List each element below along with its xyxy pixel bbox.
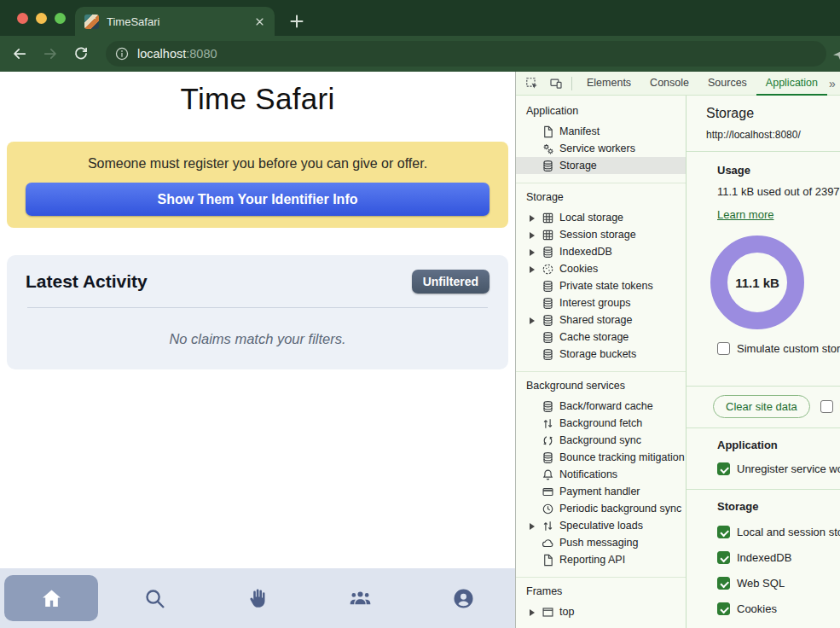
tree-item-storage[interactable]: Storage — [516, 157, 686, 174]
tree-item-cache-storage[interactable]: Cache storage — [516, 329, 686, 346]
filter-button[interactable]: Unfiltered — [412, 270, 490, 294]
expander-spacer — [529, 299, 536, 307]
checkbox-row-web-sql: Web SQL — [717, 577, 840, 590]
expander-spacer — [529, 162, 536, 170]
toolbar-separator — [571, 77, 572, 90]
inspect-element-icon[interactable] — [522, 74, 542, 93]
simulate-quota-label: Simulate custom storage — [737, 342, 840, 355]
tree-item-speculative-loads[interactable]: Speculative loads — [516, 517, 686, 534]
latest-activity-card: Latest Activity Unfiltered No claims mat… — [7, 255, 508, 369]
tree-item-storage-buckets[interactable]: Storage buckets — [516, 346, 686, 363]
devtools-tab-sources[interactable]: Sources — [698, 72, 756, 96]
tab-close-icon[interactable] — [253, 15, 266, 28]
tree-item-background-fetch[interactable]: Background fetch — [516, 415, 686, 432]
checkbox-indexeddb[interactable] — [717, 551, 730, 564]
tree-item-service-workers[interactable]: Service workers — [516, 140, 686, 157]
tree-item-reporting-api[interactable]: Reporting API — [516, 551, 686, 568]
tree-item-local-storage[interactable]: Local storage — [516, 209, 686, 226]
close-window-button[interactable] — [17, 13, 28, 24]
expander-icon[interactable] — [529, 214, 536, 222]
back-icon[interactable] — [9, 43, 31, 65]
site-info-icon[interactable] — [114, 46, 130, 61]
expander-spacer — [529, 351, 536, 358]
application-sidebar-tree: ApplicationManifestService workersStorag… — [516, 96, 686, 628]
browser-toolbar: localhost:8080 — [0, 36, 840, 72]
nav-item-home[interactable] — [0, 568, 103, 628]
tree-item-cookies[interactable]: Cookies — [516, 260, 686, 277]
reload-icon[interactable] — [70, 43, 92, 65]
checkbox-web-sql[interactable] — [717, 577, 730, 590]
tree-item-label: Periodic background sync — [559, 503, 681, 515]
devtools-tab-application[interactable]: Application — [756, 72, 827, 96]
devtools-tab-console[interactable]: Console — [640, 72, 698, 96]
tree-item-interest-groups[interactable]: Interest groups — [516, 294, 686, 311]
tree-item-session-storage[interactable]: Session storage — [516, 226, 686, 243]
tree-section-storage: StorageLocal storageSession storageIndex… — [516, 183, 686, 372]
expander-icon[interactable] — [529, 248, 536, 256]
devtools-body: ApplicationManifestService workersStorag… — [516, 96, 840, 628]
checkbox-cookies[interactable] — [717, 602, 730, 615]
devtools-panel: ElementsConsoleSourcesApplication » Appl… — [515, 72, 840, 628]
expander-icon[interactable] — [529, 265, 536, 273]
browser-tab[interactable]: TimeSafari — [75, 7, 275, 36]
home-icon — [40, 587, 63, 610]
tree-item-label: Shared storage — [559, 314, 632, 326]
application-check-group: Unregister service workers — [717, 462, 840, 475]
url-bar[interactable]: localhost:8080 — [106, 41, 826, 67]
forward-icon[interactable] — [39, 43, 61, 65]
expander-icon[interactable] — [529, 231, 536, 239]
tree-item-top[interactable]: top — [516, 603, 686, 620]
expander-icon[interactable] — [529, 608, 536, 616]
nav-item-search[interactable] — [103, 568, 206, 628]
tree-item-payment-handler[interactable]: Payment handler — [516, 483, 686, 500]
expander-icon[interactable] — [529, 522, 536, 530]
tree-item-bounce-tracking-mitigation[interactable]: Bounce tracking mitigation — [516, 449, 686, 466]
usage-heading: Usage — [717, 164, 840, 177]
learn-more-link[interactable]: Learn more — [717, 208, 773, 221]
tree-section-heading: Application — [516, 97, 686, 123]
bell-icon — [542, 468, 554, 481]
updown-icon — [542, 417, 554, 430]
expander-icon[interactable] — [529, 317, 536, 324]
tree-item-push-messaging[interactable]: Push messaging — [516, 534, 686, 551]
card-icon — [542, 486, 554, 498]
checkbox-unregister-service-workers[interactable] — [717, 462, 730, 475]
including-checkbox[interactable] — [820, 400, 833, 413]
tree-item-label: Session storage — [559, 229, 636, 241]
db-icon — [542, 246, 554, 259]
tree-item-label: Local storage — [559, 212, 623, 224]
db-icon — [542, 297, 554, 310]
card-divider — [27, 307, 488, 308]
storage-check-group: Local and session storageIndexedDBWeb SQ… — [717, 526, 840, 628]
cookie-icon — [542, 263, 554, 276]
table-icon — [542, 212, 554, 224]
show-identifier-button[interactable]: Show Them Your Identifier Info — [26, 183, 490, 216]
devtools-tab-elements[interactable]: Elements — [577, 72, 640, 96]
nav-item-profile[interactable] — [412, 568, 515, 628]
tree-item-notifications[interactable]: Notifications — [516, 466, 686, 483]
zoom-window-button[interactable] — [55, 13, 66, 24]
checkbox-label: Web SQL — [737, 577, 785, 590]
tree-item-private-state-tokens[interactable]: Private state tokens — [516, 277, 686, 294]
traffic-lights — [17, 13, 66, 24]
time-safari-page: Time Safari Someone must register you be… — [0, 72, 515, 628]
checkbox-label: Local and session storage — [737, 526, 840, 538]
simulate-quota-checkbox[interactable] — [717, 342, 730, 355]
nav-item-hand[interactable] — [206, 568, 310, 628]
tree-item-periodic-background-sync[interactable]: Periodic background sync — [516, 500, 686, 517]
tree-item-background-sync[interactable]: Background sync — [516, 432, 686, 449]
device-toolbar-icon[interactable] — [546, 74, 566, 93]
nav-item-people[interactable] — [309, 568, 412, 628]
more-tabs-icon[interactable]: » — [829, 77, 836, 90]
minimize-window-button[interactable] — [36, 13, 47, 24]
tree-item-back-forward-cache[interactable]: Back/forward cache — [516, 398, 686, 415]
tree-item-indexeddb[interactable]: IndexedDB — [516, 243, 686, 260]
tree-item-manifest[interactable]: Manifest — [516, 123, 686, 140]
checkbox-local-and-session-storage[interactable] — [717, 526, 730, 538]
checkbox-row-local-and-session-storage: Local and session storage — [717, 526, 840, 538]
tree-item-shared-storage[interactable]: Shared storage — [516, 311, 686, 329]
new-tab-button[interactable] — [287, 11, 307, 32]
clear-site-data-button[interactable]: Clear site data — [713, 395, 810, 418]
expander-spacer — [529, 145, 536, 153]
tree-item-label: Private state tokens — [559, 280, 653, 292]
